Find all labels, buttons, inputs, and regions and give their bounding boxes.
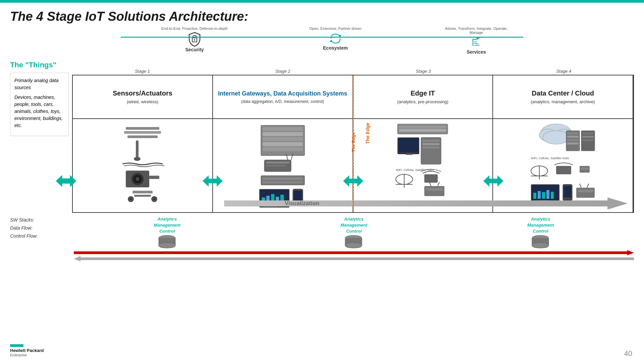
svg-point-17 xyxy=(136,177,140,181)
control-flow-label: Control Flow: xyxy=(10,232,74,240)
svg-rect-98 xyxy=(576,188,595,198)
sw-stacks-label: SW Stacks: xyxy=(10,216,74,224)
things-panel: The "Things" Primarily analog data sourc… xyxy=(10,61,72,213)
things-analog-text: Primarily analog data sources xyxy=(14,77,64,91)
stage-4-col: Data Center / Cloud (analytics, manageme… xyxy=(493,75,633,212)
svg-rect-64 xyxy=(424,186,444,196)
stage-4-top: Data Center / Cloud (analytics, manageme… xyxy=(493,75,633,119)
svg-rect-53 xyxy=(423,140,439,142)
svg-rect-97 xyxy=(564,186,571,197)
svg-line-101 xyxy=(587,184,589,188)
stage-4-title: Data Center / Cloud xyxy=(532,89,594,97)
ecosystem-description: Open, Extensive, Partner driven xyxy=(309,26,362,31)
top-accent-bar xyxy=(0,0,644,3)
analytics-label-2: AnalyticsManagementControl xyxy=(340,216,367,235)
data-flow-row xyxy=(74,250,634,255)
stage-2-image xyxy=(254,124,311,207)
stage-2-col: Internet Gateways, Data Acquisition Syst… xyxy=(213,75,353,212)
stage-2-top: Internet Gateways, Data Acquisition Syst… xyxy=(213,75,353,119)
connector-line-svg xyxy=(121,37,523,38)
svg-rect-20 xyxy=(134,195,151,197)
svg-line-67 xyxy=(438,182,439,186)
stage-4-label: Stage 4 xyxy=(493,69,634,75)
svg-rect-57 xyxy=(398,138,418,152)
flow-area: AnalyticsManagementControl AnalyticsMana… xyxy=(74,216,634,262)
data-flow-label: Data Flow: xyxy=(10,224,74,232)
svg-rect-27 xyxy=(263,132,303,136)
svg-rect-38 xyxy=(263,181,303,183)
stage-2-subtitle: (data aggregation, A/D, measurement, con… xyxy=(241,99,324,104)
svg-rect-74 xyxy=(567,136,579,138)
stage-1-image xyxy=(116,124,169,207)
svg-rect-32 xyxy=(266,162,289,164)
svg-rect-29 xyxy=(263,142,303,146)
stage-2-label: Stage 2 xyxy=(213,69,353,75)
svg-point-111 xyxy=(159,243,175,248)
svg-rect-30 xyxy=(263,147,303,151)
svg-point-2 xyxy=(194,39,195,41)
svg-point-13 xyxy=(134,157,141,161)
control-flow-row xyxy=(74,256,634,261)
stage-1-subtitle: (wired, wireless) xyxy=(127,99,158,104)
hpe-name: Hewlett Packard xyxy=(10,348,44,353)
analytics-group-2: AnalyticsManagementControl xyxy=(340,216,367,249)
svg-rect-55 xyxy=(423,146,439,148)
hpe-logo: Hewlett Packard Enterprise xyxy=(10,344,44,357)
stage-1-title: Sensors/Actuators xyxy=(113,89,172,97)
security-icon xyxy=(188,32,201,47)
ecosystem-icon-group: Open, Extensive, Partner driven Ecosyste… xyxy=(299,26,372,55)
svg-rect-11 xyxy=(127,135,158,138)
stage-3-label: Stage 3 xyxy=(353,69,494,75)
stage-3-col: Edge IT (analytics, pre-processing) xyxy=(353,75,493,212)
stages-grid: Sensors/Actuators (wired, wireless) xyxy=(72,75,634,213)
svg-rect-50 xyxy=(399,126,446,128)
svg-text:WiFi, Cellular, Satellite Hubs: WiFi, Cellular, Satellite Hubs xyxy=(396,168,434,172)
svg-rect-18 xyxy=(149,176,159,179)
svg-rect-99 xyxy=(578,190,593,192)
stage-labels-row: Stage 1 Stage 2 Stage 3 Stage 4 xyxy=(72,69,634,75)
stage-1-top: Sensors/Actuators (wired, wireless) xyxy=(73,75,212,119)
svg-point-22 xyxy=(130,198,132,200)
icons-bar: End-to-End, Proactive, Defense-in-depth … xyxy=(10,26,634,55)
svg-point-113 xyxy=(345,243,362,248)
things-devices-text: Devices, machines, people, tools, cars, … xyxy=(14,94,64,129)
svg-line-100 xyxy=(580,184,581,188)
svg-rect-37 xyxy=(263,177,303,180)
stage-2-title: Internet Gateways, Data Acquisition Syst… xyxy=(218,90,347,97)
stage-1-label: Stage 1 xyxy=(72,69,213,75)
svg-rect-12 xyxy=(136,140,139,157)
svg-rect-80 xyxy=(582,139,594,141)
svg-rect-76 xyxy=(567,142,579,144)
svg-rect-78 xyxy=(582,132,594,134)
svg-rect-87 xyxy=(581,168,589,170)
svg-point-115 xyxy=(532,243,549,248)
security-icon-group: End-to-End, Proactive, Defense-in-depth … xyxy=(158,26,231,55)
analytics-label-1: AnalyticsManagementControl xyxy=(154,216,180,235)
hpe-bar xyxy=(10,344,23,347)
db-icon-3 xyxy=(531,235,550,249)
services-description: Advise, Transform, Integrate, Operate, M… xyxy=(439,26,513,35)
analytics-group-1: AnalyticsManagementControl xyxy=(154,216,180,249)
svg-rect-26 xyxy=(263,127,303,131)
visualization-label: Visualization xyxy=(285,200,320,207)
services-label: Services xyxy=(467,49,486,55)
db-icon-1 xyxy=(158,235,176,249)
db-icon-2 xyxy=(344,235,363,249)
ecosystem-icon xyxy=(328,32,343,45)
svg-rect-19 xyxy=(132,191,153,193)
analytics-group-3: AnalyticsManagementControl xyxy=(527,216,554,249)
svg-rect-75 xyxy=(567,139,579,141)
security-label: Security xyxy=(185,47,204,52)
services-icon xyxy=(470,36,483,49)
svg-point-24 xyxy=(153,198,155,200)
things-title: The "Things" xyxy=(10,61,69,69)
svg-rect-73 xyxy=(567,132,579,134)
stage-3-subtitle: (analytics, pre-processing) xyxy=(397,99,448,104)
analytics-label-3: AnalyticsManagementControl xyxy=(527,216,554,235)
svg-rect-54 xyxy=(423,143,439,145)
svg-rect-63 xyxy=(424,174,438,183)
svg-rect-51 xyxy=(399,129,446,132)
page-number: 40 xyxy=(624,349,632,358)
things-box: Primarily analog data sources Devices, m… xyxy=(10,73,69,136)
services-icon-group: Advise, Transform, Integrate, Operate, M… xyxy=(439,26,513,55)
